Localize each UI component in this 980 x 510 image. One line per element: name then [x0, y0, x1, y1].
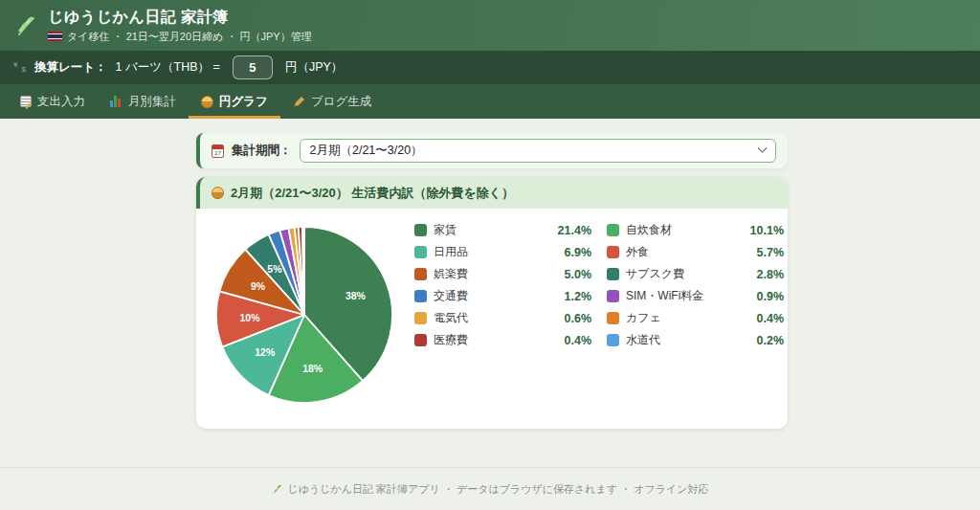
legend-percent: 21.4%	[558, 224, 591, 237]
legend-label: 電気代	[434, 310, 468, 326]
rate-value-input[interactable]	[233, 55, 273, 79]
tab-bar: 支出入力 月別集計 円グラフ ブログ生成	[0, 84, 980, 119]
tab-label: 円グラフ	[219, 94, 268, 110]
legend-item: 電気代0.6%	[414, 307, 591, 329]
pie-slice-label: 10%	[239, 312, 260, 323]
pie-slice-label: 38%	[345, 290, 367, 301]
tab-expense-input[interactable]: 支出入力	[8, 84, 98, 119]
footer-text: じゆうじかん日記 家計簿アプリ ・ データはブラウザに保存されます ・ オフライ…	[288, 482, 709, 497]
app-window: じゆうじかん日記 家計簿 タイ移住 ・ 21日〜翌月20日締め ・ 円（JPY）…	[0, 0, 980, 510]
legend-label: サブスク費	[626, 266, 684, 282]
legend-swatch	[414, 312, 427, 324]
app-footer: じゆうじかん日記 家計簿アプリ ・ データはブラウザに保存されます ・ オフライ…	[0, 467, 980, 510]
rate-label: 換算レート：	[34, 59, 107, 76]
legend-swatch	[607, 290, 619, 302]
legend-item: 交通費1.2%	[414, 285, 591, 307]
page-title: じゆうじかん日記 家計簿	[48, 8, 312, 28]
legend-label: 交通費	[434, 288, 468, 304]
legend-percent: 0.4%	[757, 312, 785, 325]
legend-label: SIM・WiFi料金	[626, 288, 703, 304]
chart-legend: 家賃21.4%自炊食材10.1%日用品6.9%外食5.7%娯楽費5.0%サブスク…	[414, 219, 784, 351]
legend-swatch	[414, 290, 427, 302]
legend-swatch	[414, 246, 427, 258]
legend-item: 娯楽費5.0%	[414, 263, 591, 285]
memo-icon	[20, 96, 32, 107]
page-subtitle: タイ移住 ・ 21日〜翌月20日締め ・ 円（JPY）管理	[67, 30, 312, 44]
herb-leaf-icon	[13, 13, 38, 38]
app-header: じゆうじかん日記 家計簿 タイ移住 ・ 21日〜翌月20日締め ・ 円（JPY）…	[0, 0, 980, 51]
legend-swatch	[414, 334, 427, 346]
chart-card-header: 2月期（2/21〜3/20） 生活費内訳（除外費を除く）	[196, 177, 788, 209]
pie-slice-label: 9%	[251, 280, 266, 292]
period-selector-card: 集計期間： 2月期（2/21〜3/20）	[196, 133, 788, 168]
legend-percent: 10.1%	[750, 224, 784, 237]
legend-label: 水道代	[626, 332, 660, 348]
legend-label: カフェ	[626, 310, 661, 326]
tab-pie-chart[interactable]: 円グラフ	[189, 84, 280, 119]
tab-label: ブログ生成	[311, 94, 371, 110]
legend-item: カフェ0.4%	[607, 307, 784, 329]
legend-item: SIM・WiFi料金0.9%	[607, 285, 784, 307]
thailand-flag-icon	[48, 32, 62, 41]
title-block: じゆうじかん日記 家計簿 タイ移住 ・ 21日〜翌月20日締め ・ 円（JPY）…	[48, 8, 312, 44]
subtitle-row: タイ移住 ・ 21日〜翌月20日締め ・ 円（JPY）管理	[48, 30, 312, 44]
pie-icon	[212, 187, 224, 199]
legend-swatch	[607, 334, 619, 346]
legend-percent: 1.2%	[565, 290, 592, 303]
pie-slice-label: 12%	[255, 346, 276, 358]
writing-hand-icon	[293, 96, 305, 108]
legend-percent: 5.7%	[757, 246, 785, 259]
legend-percent: 0.4%	[565, 334, 592, 347]
legend-label: 自炊食材	[626, 222, 672, 238]
pie-slice-label: 18%	[302, 363, 323, 374]
tab-label: 支出入力	[37, 94, 85, 110]
legend-swatch	[607, 268, 619, 280]
legend-swatch	[607, 312, 619, 324]
legend-label: 日用品	[434, 244, 468, 260]
period-label: 集計期間：	[232, 143, 292, 159]
legend-percent: 5.0%	[565, 268, 592, 281]
legend-percent: 0.9%	[757, 290, 785, 303]
legend-swatch	[607, 224, 619, 236]
legend-item: サブスク費2.8%	[607, 263, 784, 285]
pie-chart-card: 2月期（2/21〜3/20） 生活費内訳（除外費を除く） 38%18%12%10…	[196, 177, 788, 429]
tab-blog-generate[interactable]: ブログ生成	[280, 84, 384, 119]
pie-slice-label: 5%	[267, 263, 282, 275]
legend-item: 自炊食材10.1%	[607, 219, 784, 241]
bar-chart-icon	[110, 96, 122, 107]
chevron-down-icon	[758, 144, 768, 153]
legend-item: 医療費0.4%	[414, 329, 591, 351]
legend-percent: 0.6%	[565, 312, 592, 325]
legend-label: 娯楽費	[434, 266, 468, 282]
chart-body: 38%18%12%10%9%5% 家賃21.4%自炊食材10.1%日用品6.9%…	[196, 209, 788, 429]
legend-item: 水道代0.2%	[607, 329, 784, 351]
pie-chart: 38%18%12%10%9%5%	[209, 219, 400, 410]
pie-icon	[201, 96, 213, 108]
legend-item: 外食5.7%	[607, 241, 784, 263]
legend-label: 外食	[626, 244, 649, 260]
chart-title: 2月期（2/21〜3/20） 生活費内訳（除外費を除く）	[231, 185, 514, 202]
rate-unit-left: 1 バーツ（THB） =	[116, 59, 220, 76]
period-select-value: 2月期（2/21〜3/20）	[310, 143, 760, 159]
exchange-rate-bar: ¥$ 換算レート： 1 バーツ（THB） = 円（JPY）	[0, 51, 980, 84]
legend-swatch	[607, 246, 619, 258]
legend-percent: 0.2%	[757, 334, 785, 347]
legend-swatch	[414, 224, 427, 236]
legend-item: 家賃21.4%	[414, 219, 591, 241]
tab-label: 月別集計	[128, 94, 176, 110]
tab-monthly-summary[interactable]: 月別集計	[98, 84, 189, 119]
calendar-icon	[212, 144, 224, 158]
legend-label: 医療費	[434, 332, 468, 348]
period-select[interactable]: 2月期（2/21〜3/20）	[300, 139, 777, 163]
currency-exchange-icon: ¥$	[13, 61, 26, 74]
legend-item: 日用品6.9%	[414, 241, 591, 263]
rate-unit-right: 円（JPY）	[285, 59, 343, 76]
legend-percent: 6.9%	[565, 246, 592, 259]
legend-percent: 2.8%	[757, 268, 785, 281]
herb-leaf-icon	[272, 483, 283, 495]
legend-label: 家賃	[434, 222, 457, 238]
legend-swatch	[414, 268, 427, 280]
